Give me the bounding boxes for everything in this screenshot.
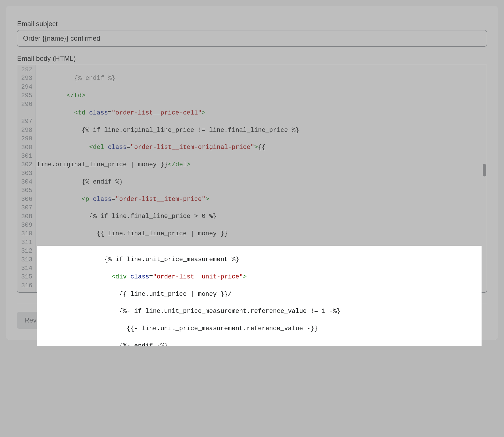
code-area[interactable]: {% endif %} </td> <td class="order-list_…	[36, 65, 487, 292]
body-label: Email body (HTML)	[17, 55, 487, 63]
scrollbar-track	[482, 65, 486, 292]
line-number: 301	[20, 152, 32, 161]
subject-input[interactable]	[17, 30, 487, 47]
line-number: 305	[20, 186, 32, 195]
line-number: 300	[20, 143, 32, 152]
line-number: 314	[20, 264, 32, 273]
line-number: 313	[20, 256, 32, 264]
line-number: 302	[20, 161, 32, 169]
revert-button[interactable]: Revert to default	[17, 312, 82, 329]
subject-label: Email subject	[17, 20, 487, 28]
line-number: 304	[20, 178, 32, 186]
code-text: {% endif %}	[37, 75, 115, 82]
line-number: 311	[20, 238, 32, 247]
line-number: 316	[20, 282, 32, 290]
line-number-blank	[20, 109, 32, 117]
line-number: 294	[20, 83, 32, 91]
line-number: 315	[20, 273, 32, 281]
line-number: 298	[20, 126, 32, 135]
line-number-gutter: 2922932942952962972982993003013023033043…	[17, 65, 36, 292]
code-editor-wrap: 2922932942952962972982993003013023033043…	[17, 65, 487, 293]
line-number: 292	[20, 66, 32, 74]
line-number: 303	[20, 169, 32, 178]
line-number: 297	[20, 117, 32, 126]
code-editor[interactable]: 2922932942952962972982993003013023033043…	[17, 65, 487, 292]
line-number: 307	[20, 204, 32, 212]
line-number: 309	[20, 221, 32, 230]
divider	[17, 303, 487, 303]
line-number: 295	[20, 91, 32, 100]
line-number: 293	[20, 74, 32, 83]
line-number: 312	[20, 247, 32, 255]
line-number: 310	[20, 230, 32, 238]
line-number: 306	[20, 195, 32, 204]
scrollbar-thumb[interactable]	[483, 164, 486, 176]
line-number: 299	[20, 135, 32, 143]
editor-card: Email subject Email body (HTML) 29229329…	[6, 6, 498, 340]
line-number: 308	[20, 213, 32, 221]
line-number: 296	[20, 100, 32, 109]
